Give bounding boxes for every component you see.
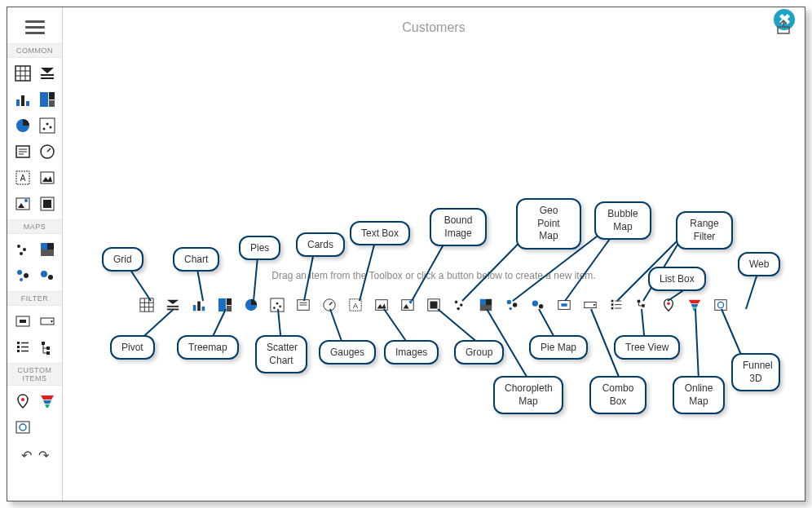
- sidebar-range-icon[interactable]: [12, 311, 33, 332]
- svg-rect-37: [47, 243, 54, 250]
- undo-button[interactable]: ↶: [21, 448, 32, 463]
- sidebar-web-icon[interactable]: [12, 417, 33, 438]
- strip-scatter-icon[interactable]: [270, 298, 285, 312]
- svg-point-85: [279, 305, 281, 307]
- svg-rect-104: [486, 299, 492, 305]
- sidebar-cards-icon[interactable]: [12, 141, 33, 162]
- svg-rect-105: [480, 305, 492, 311]
- strip-listbox-icon[interactable]: [609, 298, 624, 312]
- strip-images-icon[interactable]: [374, 298, 389, 312]
- sidebar-bubblemap-icon[interactable]: [37, 265, 58, 286]
- sidebar-group-icon[interactable]: [37, 193, 58, 214]
- svg-marker-27: [42, 176, 52, 182]
- sidebar-funnel-icon[interactable]: [37, 391, 58, 412]
- sidebar-onlinemap-icon[interactable]: [12, 391, 33, 412]
- svg-point-17: [50, 126, 52, 129]
- strip-boundimage-icon[interactable]: [400, 298, 415, 312]
- export-button[interactable]: [775, 19, 792, 35]
- sidebar-treemap-icon[interactable]: [37, 89, 58, 110]
- sidebar-textbox-icon[interactable]: A: [12, 167, 33, 188]
- svg-rect-77: [202, 307, 205, 311]
- svg-point-16: [46, 123, 49, 126]
- svg-marker-114: [594, 304, 596, 307]
- strip-rangefilter-icon[interactable]: [557, 298, 571, 312]
- svg-point-41: [20, 278, 23, 281]
- svg-rect-66: [778, 27, 789, 33]
- menu-button[interactable]: [25, 20, 45, 35]
- strip-textbox-icon[interactable]: A: [348, 298, 363, 312]
- sidebar-combobox-icon[interactable]: [37, 311, 58, 332]
- strip-treeview-icon[interactable]: [635, 298, 650, 312]
- sidebar-geopoint-icon[interactable]: [12, 239, 33, 260]
- callout-combobox: ComboBox: [589, 376, 647, 414]
- svg-rect-117: [611, 303, 614, 306]
- strip-onlinemap-icon[interactable]: [661, 298, 676, 312]
- svg-point-83: [273, 307, 276, 309]
- svg-text:A: A: [353, 302, 358, 310]
- svg-point-107: [513, 303, 517, 307]
- svg-point-43: [48, 275, 53, 280]
- callout-pies: Pies: [239, 236, 280, 260]
- strip-bubblemap-icon[interactable]: [531, 298, 545, 312]
- sidebar-grid-icon[interactable]: [12, 63, 33, 84]
- callout-textbox: Text Box: [350, 221, 410, 245]
- sidebar-image-icon[interactable]: [37, 167, 58, 188]
- sidebar-pivot-icon[interactable]: [37, 63, 58, 84]
- svg-rect-129: [715, 300, 726, 311]
- sidebar-pie-icon[interactable]: [12, 115, 33, 136]
- callout-group: Group: [454, 340, 504, 364]
- sidebar-boundimage-icon[interactable]: [12, 193, 33, 214]
- strip-choropleth-icon[interactable]: [479, 298, 493, 312]
- strip-cards-icon[interactable]: [296, 298, 311, 312]
- app-frame: ✖ COMMON A MAPS FILTER: [7, 7, 805, 501]
- strip-chart-icon[interactable]: [192, 298, 206, 312]
- sidebar-listbox-icon[interactable]: [12, 337, 33, 358]
- toolbox-strip: A: [63, 298, 805, 312]
- callout-chart: Chart: [173, 247, 219, 272]
- svg-point-34: [23, 248, 26, 251]
- svg-point-102: [457, 307, 460, 311]
- svg-rect-9: [26, 101, 29, 106]
- svg-rect-12: [49, 100, 55, 107]
- strip-pies-icon[interactable]: [244, 298, 258, 312]
- svg-rect-14: [40, 118, 55, 133]
- svg-rect-122: [642, 304, 645, 307]
- strip-web-icon[interactable]: [713, 298, 728, 312]
- svg-rect-82: [271, 298, 284, 311]
- strip-funnel-icon[interactable]: [687, 298, 702, 312]
- svg-rect-68: [140, 298, 153, 311]
- callout-grid: Grid: [102, 247, 143, 272]
- strip-group-icon[interactable]: [426, 298, 441, 312]
- strip-pivot-icon[interactable]: [165, 298, 180, 312]
- svg-line-153: [695, 309, 699, 381]
- svg-text:A: A: [20, 174, 26, 183]
- strip-geopoint-icon[interactable]: [452, 298, 467, 312]
- strip-grid-icon[interactable]: [139, 298, 154, 312]
- svg-rect-80: [227, 306, 232, 311]
- strip-treemap-icon[interactable]: [218, 298, 232, 312]
- svg-rect-121: [638, 300, 641, 303]
- svg-marker-47: [51, 320, 53, 323]
- strip-combobox-icon[interactable]: [583, 298, 598, 312]
- svg-rect-11: [49, 92, 55, 99]
- svg-line-140: [384, 309, 408, 343]
- sidebar-choropleth-icon[interactable]: [37, 239, 58, 260]
- svg-rect-38: [41, 250, 54, 256]
- header: Customers: [63, 7, 805, 48]
- sidebar-scatter-icon[interactable]: [37, 115, 58, 136]
- svg-rect-55: [46, 347, 50, 350]
- strip-gauges-icon[interactable]: [322, 298, 337, 312]
- sidebar-piemap-icon[interactable]: [12, 265, 33, 286]
- sidebar-chart-icon[interactable]: [12, 89, 33, 110]
- svg-marker-126: [689, 300, 700, 304]
- dashboard-canvas[interactable]: Drag an item from the Toolbox or click a…: [63, 48, 805, 501]
- svg-point-39: [17, 270, 22, 275]
- svg-rect-32: [43, 200, 51, 208]
- sidebar-treeview-icon[interactable]: [37, 337, 58, 358]
- sidebar-gauge-icon[interactable]: [37, 141, 58, 162]
- svg-point-65: [20, 424, 26, 431]
- svg-marker-62: [43, 400, 51, 404]
- strip-piemap-icon[interactable]: [505, 298, 519, 312]
- redo-button[interactable]: ↷: [38, 448, 49, 463]
- page-title: Customers: [402, 20, 465, 35]
